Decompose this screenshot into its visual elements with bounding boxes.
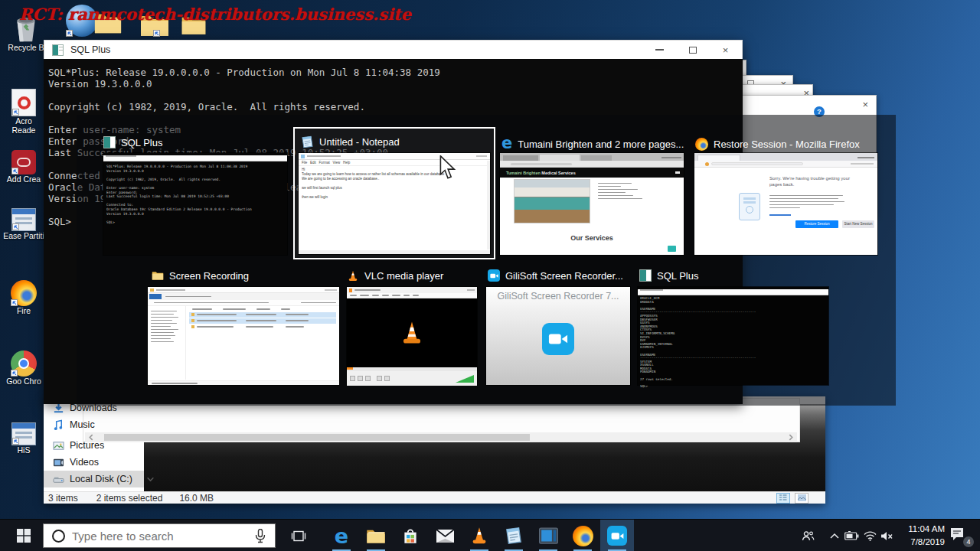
acrobat-reader-icon [11, 89, 36, 116]
switcher-item-firefox[interactable]: Restore Session - Mozilla Firefox [695, 136, 877, 152]
desktop-icon-acrobat[interactable]: Acro Reade [3, 89, 44, 135]
battery-icon[interactable] [842, 520, 861, 551]
start-button[interactable] [9, 522, 38, 549]
desktop-icon-adobe-cc[interactable]: Add Crea [3, 150, 44, 193]
nav-item-label: Music [70, 419, 95, 430]
tray-clock[interactable]: 11:04 AM 7/8/2019 [894, 523, 945, 549]
list-view-icon [779, 494, 787, 501]
switcher-item-vlc[interactable]: VLC media player [347, 268, 477, 283]
close-icon[interactable]: × [862, 99, 868, 110]
partition-tool-icon [11, 208, 36, 231]
switcher-item-sqlplus-2[interactable]: SQL Plus [639, 268, 823, 283]
switcher-label-text: SQL Plus [657, 270, 698, 282]
switcher-thumb-edge[interactable]: Tumaini Brighten Medical Services Our Se… [500, 153, 684, 255]
close-button[interactable]: × [709, 41, 742, 60]
chat-widget-icon [668, 246, 676, 252]
microphone-icon[interactable] [255, 529, 266, 543]
taskbar-search[interactable] [43, 523, 276, 548]
thumbnail-view-button[interactable] [795, 493, 808, 504]
mini-file-list [186, 306, 339, 380]
list-view-button[interactable] [776, 493, 790, 504]
taskbar-app-file-explorer[interactable] [359, 520, 393, 551]
thumbnail-view-icon [798, 494, 806, 501]
chrome-icon [11, 350, 37, 377]
switcher-label: VLC media player [347, 268, 477, 283]
hisuite-icon [11, 422, 36, 445]
music-icon [53, 419, 64, 431]
taskbar-app-mail[interactable] [428, 520, 462, 551]
adobe-creative-icon [11, 150, 36, 174]
maximize-button[interactable] [676, 41, 709, 60]
switcher-thumb-sqlplus-2[interactable]: ORACLE_OCMORDDATA USERNAME--------------… [638, 287, 828, 385]
shortcut-arrow-icon [11, 168, 18, 174]
notification-icon [949, 527, 965, 541]
minimize-button[interactable] [643, 41, 676, 60]
switcher-item-sqlplus-1[interactable]: SQL Plus [103, 135, 287, 150]
notification-badge: 4 [963, 536, 974, 547]
task-view-icon [291, 530, 306, 543]
switcher-label: Screen Recording [152, 268, 335, 283]
taskbar-app-store[interactable] [394, 520, 427, 551]
shortcut-arrow-icon [11, 370, 18, 377]
edge-page-photo [514, 179, 590, 223]
tray-chevron-up-icon[interactable] [825, 520, 844, 551]
mail-icon [436, 529, 455, 543]
nav-item-local-disk[interactable]: Local Disk (C:) [44, 471, 144, 487]
notepad-icon [301, 135, 314, 148]
switcher-thumb-vlc[interactable] [347, 287, 477, 385]
icon-label: Goo Chro [3, 377, 44, 395]
people-icon[interactable] [799, 520, 817, 551]
gilisoft-logo [542, 323, 574, 355]
sqlplus-icon [103, 136, 116, 148]
icon-label: Add Crea [3, 174, 44, 193]
taskbar-app-vlc[interactable] [462, 520, 496, 551]
status-selected-count: 2 items selected [96, 493, 163, 504]
switcher-label-text: GiliSoft Screen Recorder... [505, 270, 623, 282]
switcher-thumb-screen-recording[interactable] [148, 287, 339, 385]
wifi-icon[interactable] [861, 520, 879, 551]
taskbar-app-notepad[interactable] [497, 520, 531, 551]
desktop-icon-partition[interactable]: Ease Partiti [3, 208, 44, 249]
shortcut-arrow-icon [153, 30, 160, 37]
taskbar-app-gilisoft[interactable] [600, 520, 634, 551]
scrollbar-track[interactable] [98, 434, 784, 441]
notification-center-button[interactable]: 4 [949, 527, 971, 545]
switcher-label: e Tumaini Brighten and 2 more pages... [501, 136, 684, 152]
taskbar-app-media-window[interactable] [531, 520, 565, 551]
scroll-right-icon[interactable] [787, 434, 795, 441]
desktop-icon-hisuite[interactable]: HiS [3, 422, 44, 455]
volume-muted-icon[interactable] [877, 520, 896, 551]
switcher-item-edge[interactable]: e Tumaini Brighten and 2 more pages... [501, 136, 684, 152]
switcher-thumb-notepad[interactable]: File Edit Format View Help HiToday we ar… [299, 153, 490, 254]
switcher-thumb-firefox[interactable]: Sorry. We're having trouble getting your… [694, 153, 877, 255]
switcher-label-text: Tumaini Brighten and 2 more pages... [518, 139, 684, 150]
switcher-item-gilisoft[interactable]: GiliSoft Screen Recorder... [488, 268, 632, 283]
desktop-icon-firefox[interactable]: Fire [3, 280, 44, 316]
scrollbar-thumb[interactable] [104, 434, 530, 441]
task-view-button[interactable] [283, 522, 314, 549]
explorer-status-bar: 3 items 2 items selected 16.0 MB [44, 491, 825, 504]
shortcut-arrow-icon [12, 438, 19, 445]
switcher-label-text: VLC media player [364, 270, 443, 282]
mini-scrollbar-h [299, 250, 490, 254]
horizontal-scrollbar[interactable] [85, 432, 797, 442]
nav-item-pictures[interactable]: Pictures [44, 437, 144, 454]
taskbar-app-firefox[interactable] [566, 520, 599, 551]
status-size: 16.0 MB [179, 493, 214, 504]
switcher-thumb-gilisoft[interactable]: GiliSoft Screen Recorder 7... [486, 287, 630, 385]
nav-item-music[interactable]: Music [44, 416, 144, 433]
status-items-count: 3 items [48, 493, 78, 504]
chevron-down-icon[interactable] [146, 475, 155, 484]
mouse-cursor [439, 155, 457, 180]
edge-site-title: Medical Services [541, 171, 576, 175]
icon-label: Acro Reade [3, 116, 44, 135]
switcher-item-screen-recording[interactable]: Screen Recording [152, 268, 335, 283]
switcher-thumb-sqlplus-1[interactable]: SQL*Plus: Release 19.0.0.0.0 - Productio… [103, 153, 287, 255]
search-input[interactable] [72, 530, 255, 543]
nav-item-videos[interactable]: Videos [44, 454, 144, 471]
notepad-text: HiToday we are going to learn how to acc… [299, 166, 490, 200]
desktop-icon-chrome[interactable]: Goo Chro [3, 350, 44, 395]
taskbar-app-edge[interactable]: e [325, 520, 358, 551]
switcher-label: SQL Plus [639, 268, 823, 283]
sqlplus-titlebar[interactable]: SQL Plus × [44, 40, 743, 59]
